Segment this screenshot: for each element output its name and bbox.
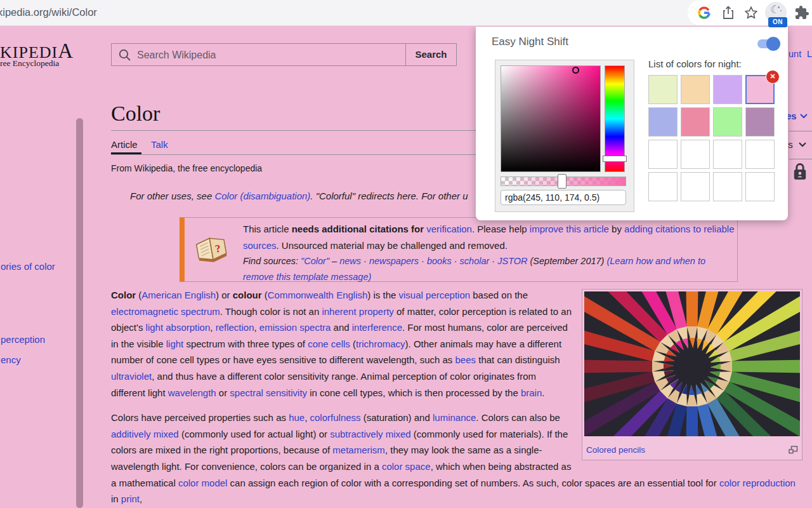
login-link-fragment[interactable]: L (807, 49, 812, 59)
color-swatch[interactable] (681, 107, 710, 137)
text-run: (commonly used for actual light) or (179, 429, 330, 439)
empty-swatch[interactable] (648, 172, 678, 201)
tab-talk[interactable]: Talk (151, 139, 168, 150)
color-swatch[interactable] (745, 107, 775, 137)
star-dot (780, 10, 782, 11)
wiki-link[interactable]: verification (426, 224, 472, 234)
active-tab-underline (111, 152, 141, 154)
rgba-value-input[interactable] (501, 190, 626, 205)
search-box[interactable] (111, 43, 406, 66)
text-run: ) is the (367, 290, 398, 300)
wiki-link[interactable]: subtractively mixed (330, 429, 411, 439)
wiki-link[interactable]: reflection (216, 322, 254, 333)
wiki-link[interactable]: inherent property (322, 306, 393, 317)
wiki-link[interactable]: Commonwealth English (268, 290, 368, 300)
text-run: · (419, 256, 427, 266)
sidebar-item-theories-of-color[interactable]: ories of color (1, 261, 55, 272)
text-run: spectrum with three types of (183, 338, 308, 349)
wiki-link[interactable]: "Color" (301, 256, 329, 266)
wiki-link[interactable]: bees (455, 354, 476, 365)
text-run: ) or (216, 290, 233, 300)
wiki-link[interactable]: books (427, 256, 452, 266)
text-run: can assign each region of color with a c… (227, 478, 719, 488)
citation-needed-box: ? This article needs additional citation… (180, 217, 738, 282)
empty-swatch[interactable] (713, 172, 742, 201)
wiki-link[interactable]: wavelength (168, 387, 216, 398)
wiki-link[interactable]: cone cells (308, 338, 350, 349)
text-run: or (216, 387, 230, 398)
night-shift-toggle[interactable] (757, 39, 778, 48)
bookmark-star-icon[interactable] (743, 5, 759, 20)
star-dot (778, 6, 780, 8)
empty-swatch[interactable] (745, 172, 775, 201)
wiki-link[interactable]: colorfulness (310, 412, 361, 423)
wiki-link[interactable]: Color (disambiguation) (214, 190, 310, 201)
wiki-link[interactable]: American English (141, 290, 216, 300)
wiki-link[interactable]: news (339, 256, 361, 266)
lock-icon[interactable] (792, 162, 808, 181)
search-bar: Search (111, 43, 457, 66)
expand-icon[interactable] (789, 446, 798, 454)
hue-slider-handle[interactable] (603, 156, 627, 162)
wiki-link[interactable]: visual perception (399, 290, 471, 300)
color-swatch[interactable]: ✕ (745, 75, 775, 104)
text-run: in cone cell types, which is then proces… (307, 387, 521, 398)
empty-swatch[interactable] (648, 140, 678, 169)
wiki-link[interactable]: print (121, 493, 140, 504)
wiki-link[interactable]: trichromacy (356, 338, 405, 349)
empty-swatch[interactable] (713, 140, 742, 169)
remove-swatch-button[interactable]: ✕ (766, 70, 780, 84)
color-swatch[interactable] (713, 107, 742, 137)
empty-swatch[interactable] (681, 172, 710, 201)
popup-title: Easy Night Shift (492, 36, 568, 48)
wiki-link[interactable]: hue (289, 412, 304, 423)
color-swatch[interactable] (681, 75, 710, 104)
wiki-link[interactable]: scholar (460, 256, 490, 266)
sidebar-item-perception[interactable]: perception (1, 334, 45, 345)
wiki-link[interactable]: spectral sensitivity (230, 387, 307, 398)
alpha-slider-handle[interactable] (558, 174, 566, 189)
wiki-link[interactable]: light absorption (146, 322, 211, 333)
pencil (584, 359, 653, 374)
caption-link[interactable]: Colored pencils (586, 445, 645, 455)
wiki-link[interactable]: additively mixed (111, 429, 179, 439)
wiki-link[interactable]: emission spectra (259, 322, 331, 333)
google-icon[interactable] (697, 5, 712, 20)
search-input[interactable] (136, 47, 392, 64)
wiki-link[interactable]: ultraviolet (111, 371, 152, 382)
sidebar-scrollbar-thumb[interactable] (76, 118, 83, 508)
colored-pencils-image[interactable] (584, 291, 800, 441)
tab-article[interactable]: Article (111, 139, 138, 150)
wiki-link[interactable]: luminance (433, 412, 476, 423)
wiki-link[interactable]: light (166, 338, 184, 349)
wiki-link[interactable]: interference (352, 322, 402, 333)
color-picker-panel (495, 60, 634, 212)
search-icon (118, 48, 132, 62)
wiki-link[interactable]: color space (382, 461, 431, 472)
page-subtitle: From Wikipedia, the free encyclopedia (111, 163, 262, 173)
account-link-fragment[interactable]: unt (789, 49, 801, 59)
wiki-link[interactable]: improve this article (530, 224, 609, 234)
wiki-link[interactable]: color reproduction (719, 478, 796, 488)
wiki-link[interactable]: color model (178, 478, 228, 488)
puzzle-extensions-icon[interactable] (794, 5, 809, 20)
empty-swatch[interactable] (681, 140, 710, 169)
sidebar-item-ency[interactable]: ency (1, 354, 21, 365)
color-swatch[interactable] (648, 107, 678, 137)
chevron-down-icon[interactable] (798, 142, 807, 148)
wiki-link[interactable]: metamerism (332, 444, 385, 455)
empty-swatch[interactable] (745, 140, 775, 169)
color-swatch[interactable] (713, 75, 742, 104)
wiki-link[interactable]: newspapers (369, 256, 419, 266)
color-swatch[interactable] (648, 75, 678, 104)
screen: KIPEDIA ree Encyclopedia Search ories of… (0, 0, 812, 508)
wiki-link[interactable]: JSTOR (497, 256, 527, 266)
chevron-down-icon[interactable] (799, 113, 808, 119)
saturation-square[interactable] (501, 65, 601, 172)
wiki-link[interactable]: brain (521, 387, 542, 398)
text-run: based on the (470, 290, 528, 300)
share-icon[interactable] (721, 5, 736, 20)
text-run: ( (350, 338, 356, 349)
wiki-link[interactable]: electromagnetic spectrum (111, 306, 220, 317)
search-button[interactable]: Search (405, 43, 457, 66)
